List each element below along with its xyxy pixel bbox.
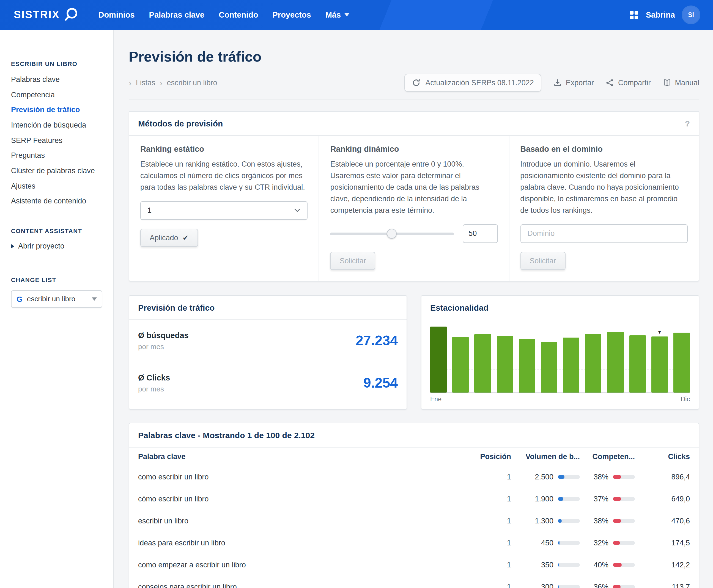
position-value: 1 [473,472,511,481]
sidebar-item-preguntas[interactable]: Preguntas [11,152,102,160]
static-ranking-select-value: 1 [147,207,151,215]
sidebar-item-ajustes[interactable]: Ajustes [11,182,102,190]
breadcrumb-item-listas[interactable]: Listas [136,78,156,87]
minibar-fill [613,497,621,501]
competition-cell: 32% [580,539,635,547]
clicks-value: 113,7 [635,583,690,588]
competition-cell: 40% [580,561,635,569]
breadcrumb-item-escribir-un-libro[interactable]: escribir un libro [167,78,217,87]
keyword-link[interactable]: escribir un libro [138,517,473,525]
domain-input[interactable] [520,224,688,243]
serp-update-button[interactable]: Actualización SERPs 08.11.2022 [405,74,542,91]
minibar [558,497,580,501]
percentage-slider[interactable] [330,228,454,238]
column-header-posicion[interactable]: Posición [473,452,511,460]
applied-button[interactable]: Aplicado ✔ [140,229,198,247]
share-button[interactable]: Compartir [606,78,651,87]
sidebar-item-prevision-de-trafico[interactable]: Previsión de tráfico [11,106,102,114]
list-favicon: G [17,294,23,303]
nav-item-more[interactable]: Más [325,10,349,19]
column-header-competen-[interactable]: Competen... [580,452,635,460]
user-name[interactable]: Sabrina [646,10,675,19]
forecast-metric-labels: Ø Clickspor mes [138,373,170,393]
marker-icon: ▼ [657,330,662,334]
forecast-metric-labels: Ø búsquedaspor mes [138,331,189,351]
clicks-value: 142,2 [635,561,690,569]
help-icon[interactable]: ? [685,119,690,128]
sidebar-section-title-project: ESCRIBIR UN LIBRO [11,61,102,67]
main-content: Previsión de tráfico ›Listas›escribir un… [114,30,713,588]
volume-cell: 350 [511,561,580,569]
sidebar-item-palabras-clave[interactable]: Palabras clave [11,76,102,84]
share-label: Compartir [618,78,651,87]
forecast-metrics: Ø búsquedaspor mes27.234Ø Clickspor mes9… [129,320,407,404]
minibar-fill [558,541,559,545]
chevron-right-icon: › [129,78,131,87]
dynamic-ranking-column: Ranking dinámico Establece un porcentaje… [319,136,509,281]
minibar [558,541,580,545]
seasonality-title: Estacionalidad [430,303,489,312]
sidebar-section-title-change-list: CHANGE LIST [11,276,102,283]
competition-cell: 38% [580,472,635,481]
apps-grid-icon[interactable] [630,11,638,19]
metric-sublabel: por mes [138,384,170,393]
seasonality-bar [673,332,690,392]
table-row: escribir un libro11.30038%470,6 [129,510,699,532]
change-list-dropdown[interactable]: G escribir un libro [11,290,102,308]
share-icon [606,78,614,87]
table-row: como empezar a escribir un libro135040%1… [129,554,699,576]
breadcrumb: ›Listas›escribir un libro [129,78,217,87]
seasonality-bar [563,337,579,392]
serp-update-label: Actualización SERPs 08.11.2022 [426,78,534,87]
position-value: 1 [473,583,511,588]
position-value: 1 [473,561,511,569]
minibar [613,519,635,523]
nav-item-palabras-clave[interactable]: Palabras clave [149,10,205,19]
table-row: como escribir un libro12.50038%896,4 [129,466,699,488]
avatar[interactable]: SI [683,6,699,23]
minibar [613,475,635,479]
request-domain-button[interactable]: Solicitar [520,252,565,270]
volume-value: 450 [541,539,553,547]
request-dynamic-button[interactable]: Solicitar [330,252,375,270]
percentage-input[interactable] [463,224,497,243]
column-header-volumen-de-b-[interactable]: Volumen de b... [511,452,580,460]
slider-handle[interactable] [387,228,397,238]
static-ranking-description: Establece un ranking estático. Con estos… [140,159,308,193]
seasonality-bar [518,339,535,392]
volume-cell: 1.900 [511,495,580,503]
brand-logo[interactable]: SISTRIX [14,7,78,23]
table-row: ideas para escribir un libro145032%174,5 [129,532,699,554]
main-nav: DominiosPalabras claveContenidoProyectos… [98,10,630,19]
static-ranking-title: Ranking estático [140,145,308,153]
nav-item-proyectos[interactable]: Proyectos [272,10,311,19]
metric-value: 27.234 [356,333,398,349]
keyword-link[interactable]: como empezar a escribir un libro [138,561,473,569]
volume-value: 1.900 [535,495,553,503]
nav-item-dominios[interactable]: Dominios [98,10,135,19]
static-ranking-select[interactable]: 1 [140,201,308,220]
keyword-link[interactable]: ideas para escribir un libro [138,539,473,547]
competition-value: 38% [594,517,609,525]
sidebar-item-cluster-de-palabras-clave[interactable]: Clúster de palabras clave [11,167,102,175]
minibar-fill [613,585,621,588]
sidebar-item-asistente-de-contenido[interactable]: Asistente de contenido [11,198,102,205]
keyword-link[interactable]: cómo escribir un libro [138,495,473,503]
applied-label: Aplicado [150,234,178,242]
sidebar-item-intencion-de-busqueda[interactable]: Intención de búsqueda [11,122,102,129]
minibar [613,563,635,567]
minibar-fill [613,563,622,567]
metric-label: Ø Clicks [138,373,170,382]
keyword-link[interactable]: consejos para escribir un libro [138,583,473,588]
column-header-clicks[interactable]: Clicks [635,452,690,460]
manual-button[interactable]: Manual [663,78,699,87]
open-project-link[interactable]: Abrir proyecto [11,241,102,251]
sidebar-item-serp-features[interactable]: SERP Features [11,136,102,144]
methods-card-title: Métodos de previsión [138,119,223,128]
column-header-palabra-clave[interactable]: Palabra clave [138,452,473,460]
nav-item-contenido[interactable]: Contenido [219,10,258,19]
keyword-link[interactable]: como escribir un libro [138,472,473,481]
sidebar-item-competencia[interactable]: Competencia [11,91,102,99]
export-button[interactable]: Exportar [554,78,594,87]
seasonality-chart: ▼ Ene Dic [422,319,699,409]
